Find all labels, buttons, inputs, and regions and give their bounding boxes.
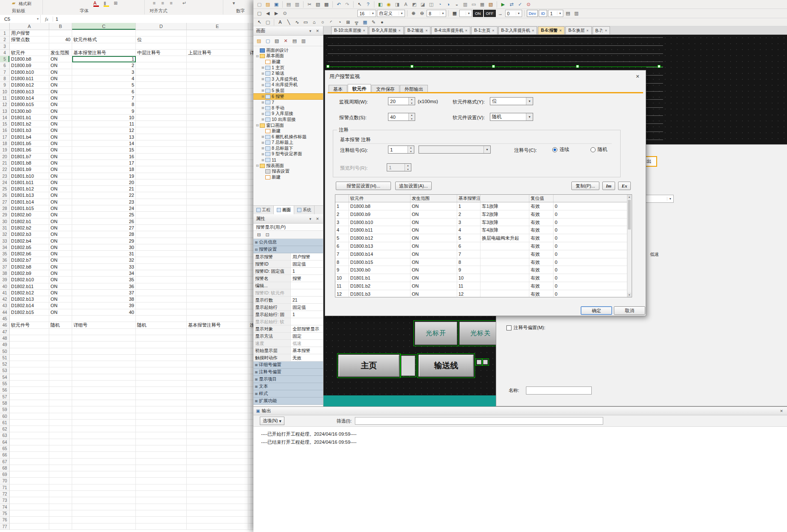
excel-cell[interactable] xyxy=(187,510,248,517)
excel-row-header[interactable]: 25 xyxy=(0,186,10,192)
tree-item[interactable]: ⊞7 总标题上 xyxy=(253,140,323,146)
excel-cell[interactable] xyxy=(187,212,248,218)
excel-cell[interactable] xyxy=(136,413,187,420)
spinner-arrows-icon[interactable]: ▲▼ xyxy=(408,98,415,105)
excel-cell[interactable]: 报警点数 xyxy=(10,36,49,43)
prop-section[interactable]: ⊟报警设置 xyxy=(253,246,323,253)
excel-cell[interactable] xyxy=(72,497,136,504)
alarm-display-object[interactable] xyxy=(328,37,663,67)
small-object[interactable] xyxy=(477,360,481,364)
excel-cell[interactable] xyxy=(72,478,136,484)
excel-cell[interactable]: D1800.b13 xyxy=(10,89,49,95)
excel-cell[interactable]: D1801.b5 xyxy=(10,140,49,147)
excel-cell[interactable] xyxy=(72,30,136,36)
excel-cell[interactable]: 软元件 xyxy=(10,50,49,56)
excel-cell[interactable] xyxy=(10,367,49,374)
excel-cell[interactable] xyxy=(49,484,72,491)
device-format-combo[interactable]: 位 ▾ xyxy=(490,97,533,105)
excel-cell[interactable]: D1800.b11 xyxy=(10,76,49,82)
tree-item[interactable]: ⊟窗口画面 xyxy=(253,123,323,129)
excel-cell[interactable] xyxy=(136,394,187,400)
excel-cell[interactable] xyxy=(136,361,187,367)
excel-cell[interactable]: 25 xyxy=(72,212,136,218)
prop-row[interactable]: 触摸时动作无效 xyxy=(253,354,323,361)
tab-close-icon[interactable]: × xyxy=(605,28,607,33)
ascii-display-icon[interactable]: A xyxy=(402,1,410,8)
excel-cell[interactable]: D1801.b9 xyxy=(10,166,49,173)
line-tool-icon[interactable]: ╲ xyxy=(285,19,292,25)
excel-cell[interactable]: 24 xyxy=(72,205,136,212)
excel-cell[interactable]: 详细号 xyxy=(72,322,136,328)
alarm-points-input[interactable]: 40 ▲▼ xyxy=(388,113,415,121)
screen-tab[interactable]: B-4:出库提升机× xyxy=(431,26,470,34)
state-number-spinner[interactable]: 0▾ xyxy=(505,10,522,17)
excel-cell[interactable] xyxy=(10,484,49,491)
excel-cell[interactable]: 20 xyxy=(72,179,136,186)
excel-col-header-C[interactable]: C xyxy=(72,23,136,30)
excel-cell[interactable] xyxy=(136,283,187,290)
excel-cell[interactable] xyxy=(187,309,248,316)
home-button[interactable]: 主页 xyxy=(338,355,399,377)
copy-button[interactable]: 复制(P)... xyxy=(571,182,599,190)
excel-cell[interactable] xyxy=(187,115,248,121)
excel-cell[interactable]: ON xyxy=(49,218,72,225)
excel-cell[interactable]: 3 xyxy=(72,69,136,76)
excel-cell[interactable] xyxy=(10,510,49,517)
excel-cell[interactable]: 2 xyxy=(72,62,136,69)
excel-cell[interactable] xyxy=(136,406,187,413)
excel-cell[interactable]: D1802.b14 xyxy=(10,302,49,309)
excel-cell[interactable] xyxy=(10,445,49,452)
selection-handle[interactable] xyxy=(658,65,661,68)
excel-cell[interactable] xyxy=(187,406,248,413)
section-expander-icon[interactable]: ⊞ xyxy=(253,378,259,381)
excel-cell[interactable] xyxy=(187,76,248,82)
excel-row-header[interactable]: 12 xyxy=(0,101,10,108)
excel-cell[interactable] xyxy=(49,491,72,497)
excel-cell[interactable] xyxy=(49,361,72,367)
excel-row-header[interactable]: 65 xyxy=(0,445,10,452)
excel-cell[interactable]: 11 xyxy=(72,121,136,127)
excel-cell[interactable] xyxy=(187,173,248,179)
excel-cell[interactable] xyxy=(187,329,248,335)
excel-cell[interactable]: 19 xyxy=(72,173,136,179)
excel-cell[interactable] xyxy=(187,374,248,381)
excel-cell[interactable] xyxy=(10,381,49,387)
excel-cell[interactable] xyxy=(136,199,187,205)
excel-cell[interactable] xyxy=(187,465,248,471)
excel-row-header[interactable]: 53 xyxy=(0,367,10,374)
excel-cell[interactable] xyxy=(72,484,136,491)
spinner-arrows-icon[interactable]: ▲▼ xyxy=(408,146,414,153)
excel-cell[interactable] xyxy=(136,484,187,491)
excel-cell[interactable] xyxy=(136,367,187,374)
open-project-icon[interactable]: ▨ xyxy=(264,1,272,8)
fill-color-icon[interactable]: ▮ xyxy=(104,0,106,6)
excel-cell[interactable] xyxy=(136,504,187,510)
excel-row-header[interactable]: 23 xyxy=(0,173,10,179)
font-color-icon[interactable]: A xyxy=(93,0,96,6)
delete-screen-icon[interactable]: ✕ xyxy=(282,37,290,44)
excel-row-header[interactable]: 49 xyxy=(0,342,10,348)
excel-row-header[interactable]: 5 xyxy=(0,56,10,62)
excel-cell[interactable] xyxy=(187,264,248,270)
excel-cell[interactable]: D1801.b13 xyxy=(10,192,49,199)
excel-cell[interactable] xyxy=(49,367,72,374)
excel-cell[interactable]: 8 xyxy=(72,101,136,108)
tree-item[interactable]: ⊞6 捆扎机操作标题 xyxy=(253,134,323,140)
cursor-on-button[interactable]: 光标开 xyxy=(415,322,457,345)
screen-image-icon[interactable]: ▢ xyxy=(256,10,263,17)
excel-cell[interactable] xyxy=(187,420,248,426)
excel-cell[interactable] xyxy=(10,374,49,381)
screen-tab[interactable]: B-6:报警× xyxy=(538,26,565,34)
excel-cell[interactable] xyxy=(49,348,72,355)
excel-cell[interactable]: 6 xyxy=(72,89,136,95)
excel-cell[interactable]: 中层注释号 xyxy=(136,50,187,56)
tree-expander-icon[interactable]: ⊞ xyxy=(261,112,265,116)
excel-cell[interactable]: 随机 xyxy=(136,322,187,328)
excel-cell[interactable] xyxy=(187,471,248,478)
excel-cell[interactable] xyxy=(72,420,136,426)
excel-cell[interactable] xyxy=(72,445,136,452)
excel-cell[interactable]: ON xyxy=(49,160,72,166)
excel-cell[interactable]: 40 xyxy=(72,309,136,316)
tree-expander-icon[interactable]: ⊞ xyxy=(261,66,265,70)
align-right-icon[interactable]: ≡ xyxy=(170,0,172,6)
